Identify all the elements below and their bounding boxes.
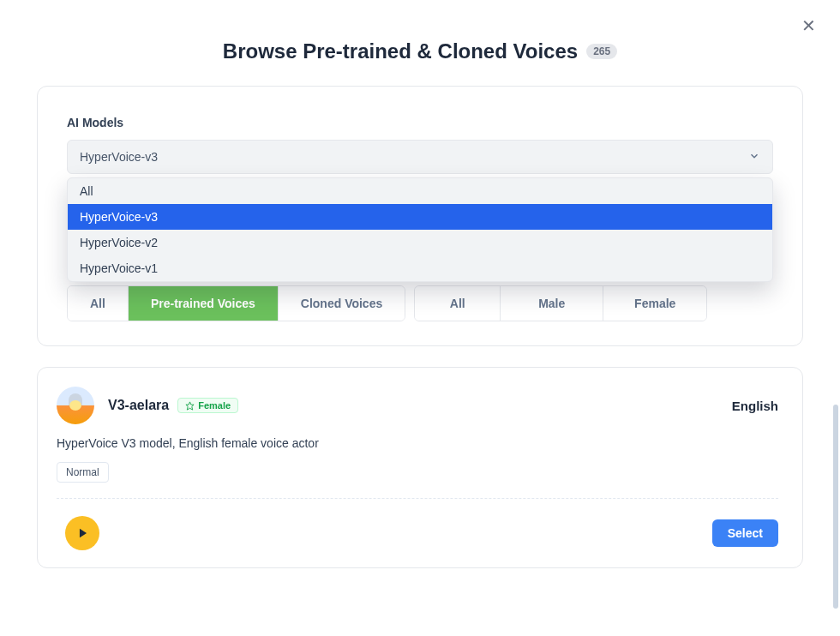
voice-card: V3-aelara Female English HyperVoice V3 m… [37, 367, 803, 568]
scrollbar-thumb[interactable] [833, 405, 838, 609]
svg-marker-0 [186, 401, 194, 409]
voice-actions: Select [57, 516, 778, 550]
tab-type-all[interactable]: All [68, 286, 129, 321]
page-title: Browse Pre-trained & Cloned Voices [223, 39, 578, 63]
chevron-down-icon [748, 150, 760, 165]
dropdown-item-hypervoice-v3[interactable]: HyperVoice-v3 [68, 204, 772, 230]
dropdown-item-all[interactable]: All [68, 178, 772, 204]
svg-marker-1 [80, 529, 87, 538]
tag-normal: Normal [57, 462, 109, 483]
close-icon[interactable]: ✕ [801, 17, 816, 34]
ai-model-dropdown: All HyperVoice-v3 HyperVoice-v2 HyperVoi… [67, 177, 773, 282]
select-button[interactable]: Select [712, 519, 778, 547]
ai-models-label: AI Models [67, 116, 773, 129]
voice-language: English [732, 399, 778, 413]
play-button[interactable] [65, 516, 99, 550]
ai-model-select-control[interactable]: HyperVoice-v3 [67, 140, 773, 174]
tab-gender-male[interactable]: Male [501, 286, 603, 321]
ai-model-selected-value: HyperVoice-v3 [80, 150, 158, 164]
play-icon [77, 527, 89, 539]
filter-card: AI Models HyperVoice-v3 All HyperVoice-v… [37, 86, 803, 346]
star-icon [185, 401, 195, 411]
divider [57, 498, 778, 499]
ai-model-select: HyperVoice-v3 All HyperVoice-v3 HyperVoi… [67, 140, 773, 174]
tab-gender-female[interactable]: Female [603, 286, 706, 321]
voice-card-header: V3-aelara Female English [57, 387, 778, 424]
tab-gender-all[interactable]: All [415, 286, 501, 321]
dropdown-item-hypervoice-v2[interactable]: HyperVoice-v2 [68, 230, 772, 255]
gender-segment: All Male Female [414, 285, 707, 321]
gender-label: Female [198, 400, 231, 411]
filter-buttons-row: All Pre-trained Voices Cloned Voices All… [67, 285, 773, 321]
voice-name: V3-aelara [108, 398, 169, 413]
avatar [57, 387, 94, 424]
header: Browse Pre-trained & Cloned Voices 265 [0, 0, 840, 86]
tab-pretrained-voices[interactable]: Pre-trained Voices [129, 286, 279, 321]
dropdown-item-hypervoice-v1[interactable]: HyperVoice-v1 [68, 255, 772, 281]
count-badge: 265 [586, 44, 617, 59]
tab-cloned-voices[interactable]: Cloned Voices [279, 286, 405, 321]
voice-type-segment: All Pre-trained Voices Cloned Voices [67, 285, 405, 321]
gender-badge: Female [177, 398, 238, 413]
voice-description: HyperVoice V3 model, English female voic… [57, 436, 778, 450]
